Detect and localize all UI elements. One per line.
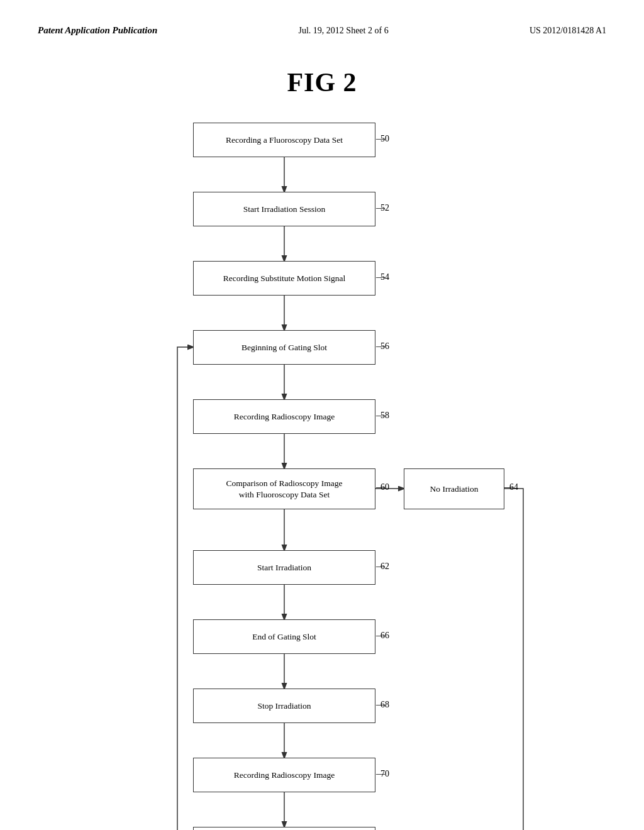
box-56-label: Beginning of Gating Slot <box>242 342 327 353</box>
box-66: End of Gating Slot <box>193 619 375 654</box>
box-64: No Irradiation <box>404 468 504 509</box>
figure-title: FIG 2 <box>0 67 644 97</box>
box-60: Comparison of Radioscopy Imagewith Fluor… <box>193 468 375 509</box>
box-58-label: Recording Radioscopy Image <box>234 411 335 423</box>
patent-number-label: US 2012/0181428 A1 <box>530 26 606 36</box>
box-64-label: No Irradiation <box>430 484 479 495</box>
box-58: Recording Radioscopy Image <box>193 399 375 434</box>
box-62-label: Start Irradiation <box>257 562 311 573</box>
page-header: Patent Application Publication Jul. 19, … <box>0 0 644 48</box>
box-72: Comparison of Radioscopy Imagewith Fluor… <box>193 827 375 830</box>
box-56: Beginning of Gating Slot <box>193 330 375 365</box>
box-70: Recording Radioscopy Image <box>193 758 375 792</box>
date-sheet-label: Jul. 19, 2012 Sheet 2 of 6 <box>299 26 389 36</box>
box-54: Recording Substitute Motion Signal <box>193 261 375 296</box>
box-68: Stop Irradiation <box>193 689 375 723</box>
box-52: Start Irradiation Session <box>193 192 375 226</box>
box-60-label: Comparison of Radioscopy Imagewith Fluor… <box>226 478 343 500</box>
box-50: Recording a Fluoroscopy Data Set <box>193 123 375 157</box>
box-50-label: Recording a Fluoroscopy Data Set <box>226 135 343 146</box>
publication-label: Patent Application Publication <box>38 25 157 36</box>
box-70-label: Recording Radioscopy Image <box>234 770 335 781</box>
box-62: Start Irradiation <box>193 550 375 585</box>
box-54-label: Recording Substitute Motion Signal <box>223 273 346 284</box>
box-52-label: Start Irradiation Session <box>243 204 325 215</box>
box-66-label: End of Gating Slot <box>252 631 316 643</box>
box-68-label: Stop Irradiation <box>257 700 311 712</box>
